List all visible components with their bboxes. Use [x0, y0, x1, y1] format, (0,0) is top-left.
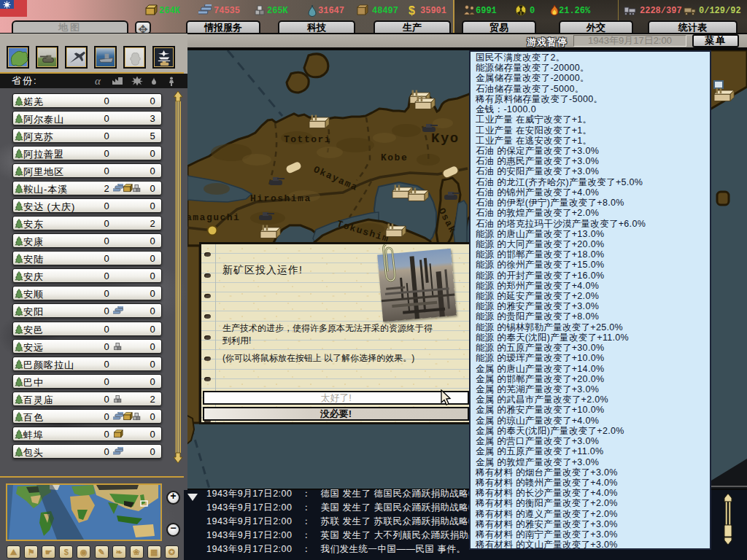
svg-text:Tottori: Tottori: [284, 134, 331, 145]
svg-text:Kyo: Kyo: [431, 131, 460, 147]
svg-text:amaguchi: amaguchi: [187, 212, 240, 223]
svg-text:Hiroshima: Hiroshima: [250, 193, 311, 204]
svg-text:Kobe: Kobe: [381, 152, 408, 163]
svg-text:$: $: [409, 4, 415, 17]
svg-text:α: α: [95, 75, 101, 87]
